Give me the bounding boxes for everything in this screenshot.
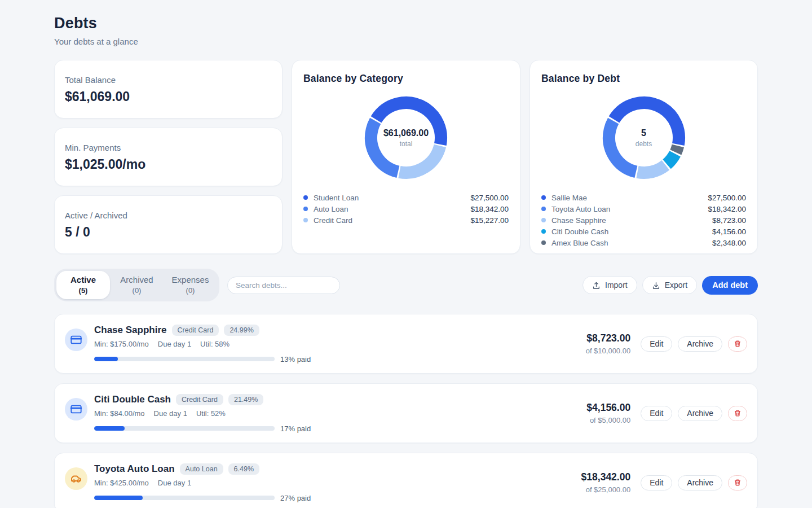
tab-group: Active (5) Archived (0) Expenses (0) [54, 269, 219, 301]
debt-amounts: $8,723.00 of $10,000.00 [546, 332, 630, 355]
row-actions: Edit Archive [641, 406, 747, 421]
debt-meta: Min: $425.00/mo Due day 1 [94, 479, 546, 487]
debt-limit: of $5,000.00 [546, 416, 630, 424]
debt-limit: of $25,000.00 [546, 485, 630, 494]
legend-item: Chase Sapphire $8,723.00 [541, 214, 746, 226]
stat-value: $1,025.00/mo [65, 157, 272, 172]
edit-button[interactable]: Edit [641, 406, 672, 421]
debt-name: Chase Sapphire [94, 325, 167, 336]
debt-meta: Min: $175.00/mo Due day 1 Util: 58% [94, 340, 546, 348]
progress-bar [94, 496, 275, 500]
progress-bar [94, 426, 275, 431]
debt-amounts: $18,342.00 of $25,000.00 [546, 471, 630, 494]
debt-amount: $4,156.00 [546, 402, 630, 414]
row-actions: Edit Archive [641, 336, 747, 352]
category-badge: Auto Loan [180, 463, 223, 475]
upload-icon [592, 281, 601, 290]
summary-section: Total Balance $61,069.00 Min. Payments $… [54, 60, 758, 254]
progress-bar [94, 357, 275, 361]
download-icon [652, 281, 660, 290]
credit-card-icon [65, 398, 87, 421]
apr-badge: 6.49% [228, 463, 259, 475]
stat-value: $61,069.00 [65, 89, 272, 104]
debt-limit: of $10,000.00 [546, 347, 630, 355]
delete-button[interactable] [728, 336, 747, 352]
progress-line: 13% paid [94, 355, 546, 364]
apr-badge: 24.99% [224, 325, 259, 336]
debt-amounts: $4,156.00 of $5,000.00 [546, 402, 630, 424]
progress-label: 27% paid [280, 494, 311, 502]
credit-card-icon [65, 329, 87, 351]
debt-info: Citi Double Cash Credit Card 21.49% Min:… [94, 394, 546, 433]
chart-title: Balance by Debt [541, 73, 746, 85]
stat-cards: Total Balance $61,069.00 Min. Payments $… [54, 60, 283, 254]
debt-row-toyota-auto-loan: Toyota Auto Loan Auto Loan 6.49% Min: $4… [54, 453, 758, 508]
legend-dot-icon [541, 195, 546, 200]
debt-name: Citi Double Cash [94, 394, 171, 405]
archive-button[interactable]: Archive [678, 406, 722, 421]
balance-by-category-card: Balance by Category $61,069.00 total Stu… [292, 60, 520, 254]
legend-dot-icon [303, 218, 308, 222]
export-button[interactable]: Export [642, 276, 697, 294]
debt-row-citi-double-cash: Citi Double Cash Credit Card 21.49% Min:… [54, 383, 758, 443]
import-button[interactable]: Import [582, 276, 637, 294]
stat-label: Min. Payments [65, 143, 272, 152]
min-payments-card: Min. Payments $1,025.00/mo [54, 128, 283, 186]
debt-amount: $8,723.00 [546, 332, 630, 344]
legend-item: Student Loan $27,500.00 [303, 192, 509, 203]
archive-button[interactable]: Archive [678, 336, 722, 352]
category-donut-chart: $61,069.00 total [360, 91, 452, 184]
category-legend: Student Loan $27,500.00 Auto Loan $18,34… [303, 192, 509, 226]
debt-donut-chart: 5 debts [598, 91, 690, 184]
active-archived-card: Active / Archived 5 / 0 [54, 195, 283, 254]
debt-row-chase-sapphire: Chase Sapphire Credit Card 24.99% Min: $… [54, 314, 758, 374]
progress-line: 17% paid [94, 424, 546, 433]
total-balance-card: Total Balance $61,069.00 [54, 60, 283, 119]
edit-button[interactable]: Edit [641, 336, 672, 352]
debt-legend: Sallie Mae $27,500.00 Toyota Auto Loan $… [541, 192, 746, 248]
legend-item: Amex Blue Cash $2,348.00 [541, 237, 746, 248]
tab-active[interactable]: Active (5) [56, 271, 110, 299]
tab-expenses[interactable]: Expenses (0) [164, 271, 217, 299]
progress-line: 27% paid [94, 494, 546, 502]
debts-page: Debts Your debts at a glance Total Balan… [54, 0, 758, 508]
debt-name: Toyota Auto Loan [94, 463, 175, 475]
legend-dot-icon [541, 240, 546, 245]
debt-info: Toyota Auto Loan Auto Loan 6.49% Min: $4… [94, 463, 546, 502]
debt-info: Chase Sapphire Credit Card 24.99% Min: $… [94, 325, 546, 364]
legend-dot-icon [541, 229, 546, 234]
legend-dot-icon [541, 218, 546, 222]
chart-title: Balance by Category [303, 73, 509, 85]
progress-label: 13% paid [280, 355, 311, 364]
stat-label: Total Balance [65, 75, 272, 85]
legend-item: Sallie Mae $27,500.00 [541, 192, 746, 203]
archive-button[interactable]: Archive [678, 475, 722, 491]
legend-item: Credit Card $15,227.00 [303, 214, 509, 226]
edit-button[interactable]: Edit [641, 475, 672, 491]
stat-label: Active / Archived [65, 211, 272, 220]
trash-icon [734, 409, 742, 417]
page-title: Debts [54, 15, 758, 32]
legend-dot-icon [541, 207, 546, 211]
debt-amount: $18,342.00 [546, 471, 630, 483]
car-icon [65, 467, 87, 490]
balance-by-debt-card: Balance by Debt 5 debts Sallie Mae $27,5… [529, 60, 758, 254]
apr-badge: 21.49% [228, 394, 263, 405]
tab-archived[interactable]: Archived (0) [110, 271, 164, 299]
delete-button[interactable] [728, 406, 747, 421]
search-input[interactable] [227, 277, 340, 294]
legend-dot-icon [303, 195, 308, 200]
legend-item: Citi Double Cash $4,156.00 [541, 226, 746, 237]
row-actions: Edit Archive [641, 475, 747, 491]
toolbar: Active (5) Archived (0) Expenses (0) Imp… [54, 269, 758, 301]
delete-button[interactable] [728, 475, 747, 491]
debt-meta: Min: $84.00/mo Due day 1 Util: 52% [94, 409, 546, 418]
category-badge: Credit Card [172, 325, 219, 336]
add-debt-button[interactable]: Add debt [702, 276, 758, 295]
category-badge: Credit Card [176, 394, 223, 405]
legend-item: Auto Loan $18,342.00 [303, 203, 509, 214]
page-subtitle: Your debts at a glance [54, 37, 758, 46]
trash-icon [734, 479, 742, 487]
legend-item: Toyota Auto Loan $18,342.00 [541, 203, 746, 214]
trash-icon [734, 340, 742, 348]
